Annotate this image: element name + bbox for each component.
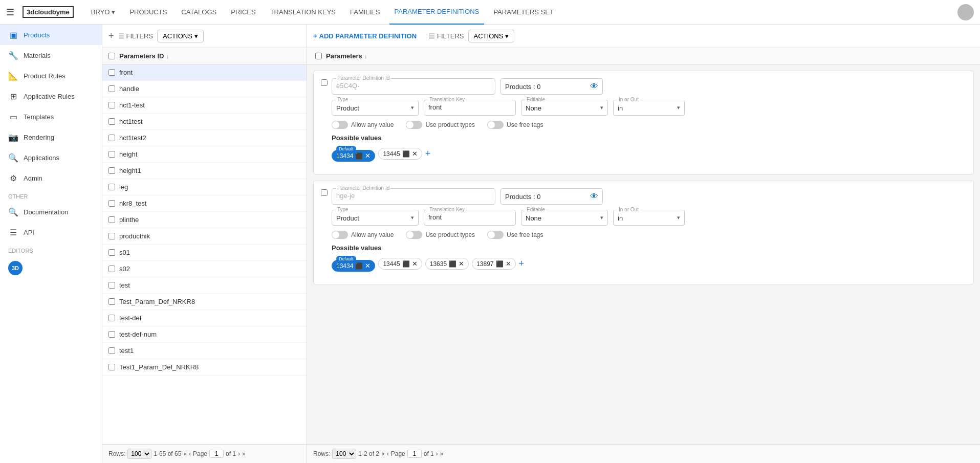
table-row[interactable]: Test1_Param_Def_NRKR8 bbox=[102, 359, 307, 376]
row-checkbox[interactable] bbox=[108, 85, 115, 92]
add-parameter-button[interactable]: + bbox=[108, 31, 114, 41]
table-row[interactable]: height bbox=[102, 146, 307, 163]
sidebar-item-documentation[interactable]: 🔍 Documentation bbox=[0, 202, 102, 222]
table-row[interactable]: test-def-num bbox=[102, 326, 307, 343]
table-row[interactable]: hct1-test bbox=[102, 97, 307, 114]
table-row[interactable]: handle bbox=[102, 81, 307, 97]
chip-copy-icon-1[interactable]: ⬛ bbox=[355, 152, 363, 160]
chip-copy-icon-6[interactable]: ⬛ bbox=[496, 260, 504, 268]
row-checkbox[interactable] bbox=[108, 216, 115, 223]
row-checkbox[interactable] bbox=[108, 282, 115, 289]
sidebar-item-api[interactable]: ☰ API bbox=[0, 222, 102, 242]
allow-any-switch-2[interactable] bbox=[332, 231, 348, 239]
chip-copy-icon-3[interactable]: ⬛ bbox=[355, 262, 363, 270]
table-row[interactable]: s01 bbox=[102, 245, 307, 261]
chip-copy-icon-5[interactable]: ⬛ bbox=[449, 260, 456, 268]
use-product-types-switch-2[interactable] bbox=[406, 231, 422, 239]
add-value-button-2[interactable]: + bbox=[519, 258, 525, 269]
table-row[interactable]: hct1test2 bbox=[102, 130, 307, 146]
field-group-type-1: Type Product ▾ Translation Key front Edi… bbox=[332, 100, 966, 116]
chip-copy-icon-4[interactable]: ⬛ bbox=[402, 260, 410, 268]
allow-any-switch-1[interactable] bbox=[332, 121, 348, 129]
table-row[interactable]: s02 bbox=[102, 261, 307, 277]
chip-close-button-5[interactable]: ✕ bbox=[459, 260, 464, 268]
sidebar-item-rendering[interactable]: 📷 Rendering bbox=[0, 127, 102, 147]
row-checkbox[interactable] bbox=[108, 184, 115, 190]
rows-per-page-select[interactable]: 100 bbox=[127, 449, 151, 459]
chip-close-button-1[interactable]: ✕ bbox=[365, 152, 371, 160]
products-eye-button-1[interactable]: 👁 bbox=[590, 82, 598, 91]
add-value-button-1[interactable]: + bbox=[425, 148, 431, 159]
right-page-input[interactable] bbox=[407, 450, 422, 458]
sidebar-item-editors-logo[interactable]: 3D bbox=[0, 256, 102, 280]
nav-parameters-set[interactable]: PARAMETERS SET bbox=[488, 0, 559, 25]
page-input[interactable] bbox=[209, 450, 224, 458]
row-checkbox[interactable] bbox=[108, 331, 115, 338]
table-row[interactable]: test1 bbox=[102, 343, 307, 359]
row-checkbox[interactable] bbox=[108, 364, 115, 370]
chip-close-button-6[interactable]: ✕ bbox=[506, 260, 511, 268]
sidebar-item-admin[interactable]: ⚙ Admin bbox=[0, 168, 102, 188]
right-select-all-checkbox[interactable] bbox=[315, 53, 322, 59]
nav-bryo[interactable]: BRYO ▾ bbox=[86, 0, 121, 25]
sidebar-item-materials[interactable]: 🔧 Materials bbox=[0, 45, 102, 65]
chip-close-button-3[interactable]: ✕ bbox=[365, 262, 371, 270]
row-checkbox[interactable] bbox=[108, 151, 115, 158]
nav-catalogs[interactable]: CATALOGS bbox=[176, 0, 222, 25]
row-checkbox[interactable] bbox=[108, 266, 115, 272]
table-row[interactable]: leg bbox=[102, 179, 307, 195]
table-row[interactable]: test-def bbox=[102, 310, 307, 326]
right-rows-per-page-select[interactable]: 100 bbox=[332, 449, 356, 459]
nav-families[interactable]: FAMILIES bbox=[345, 0, 385, 25]
row-checkbox[interactable] bbox=[108, 249, 115, 256]
sidebar-item-applicative-rules[interactable]: ⊞ Applicative Rules bbox=[0, 86, 102, 106]
row-checkbox[interactable] bbox=[108, 200, 115, 207]
table-row[interactable]: test bbox=[102, 277, 307, 294]
use-product-types-switch-1[interactable] bbox=[406, 121, 422, 129]
sidebar-item-products[interactable]: ▣ Products bbox=[0, 25, 102, 45]
row-checkbox[interactable] bbox=[108, 69, 115, 76]
chip-copy-icon-2[interactable]: ⬛ bbox=[402, 150, 410, 158]
avatar[interactable] bbox=[957, 4, 974, 20]
row-checkbox[interactable] bbox=[108, 135, 115, 141]
table-row[interactable]: hct1test bbox=[102, 114, 307, 130]
chip-close-button-2[interactable]: ✕ bbox=[412, 150, 418, 158]
actions-button[interactable]: ACTIONS ▾ bbox=[157, 30, 204, 42]
right-actions-button[interactable]: ACTIONS ▾ bbox=[468, 30, 515, 42]
table-row[interactable]: plinthe bbox=[102, 212, 307, 228]
add-param-def-button[interactable]: + ADD PARAMETER DEFINITION bbox=[313, 32, 417, 40]
param-id-input-1[interactable] bbox=[336, 82, 491, 90]
table-row[interactable]: nkr8_test bbox=[102, 195, 307, 212]
applications-icon: 🔍 bbox=[8, 152, 18, 163]
sidebar-item-templates[interactable]: ▭ Templates bbox=[0, 106, 102, 127]
hamburger-icon[interactable]: ☰ bbox=[6, 7, 14, 18]
nav-translation-keys[interactable]: TRANSLATION KEYS bbox=[265, 0, 341, 25]
value-chip-5: 13897 ⬛ ✕ bbox=[472, 258, 515, 270]
row-checkbox[interactable] bbox=[108, 298, 115, 305]
param-id-input-2[interactable] bbox=[336, 192, 491, 200]
use-free-tags-switch-2[interactable] bbox=[487, 231, 504, 239]
sidebar-item-product-rules[interactable]: 📐 Product Rules bbox=[0, 65, 102, 86]
chip-close-button-4[interactable]: ✕ bbox=[412, 260, 418, 268]
right-filters-button[interactable]: ☰ FILTERS bbox=[429, 32, 464, 40]
row-checkbox[interactable] bbox=[108, 347, 115, 354]
param-card-checkbox-2[interactable] bbox=[321, 189, 328, 196]
table-row[interactable]: producthik bbox=[102, 228, 307, 245]
table-row[interactable]: height1 bbox=[102, 163, 307, 179]
sidebar-item-applications[interactable]: 🔍 Applications bbox=[0, 147, 102, 168]
nav-products[interactable]: PRODUCTS bbox=[124, 0, 172, 25]
products-eye-button-2[interactable]: 👁 bbox=[590, 192, 598, 201]
table-row[interactable]: Test_Param_Def_NRKR8 bbox=[102, 294, 307, 310]
table-row[interactable]: front bbox=[102, 64, 307, 81]
select-all-checkbox[interactable] bbox=[108, 53, 115, 59]
row-checkbox[interactable] bbox=[108, 315, 115, 321]
row-checkbox[interactable] bbox=[108, 233, 115, 239]
filters-button[interactable]: ☰ FILTERS bbox=[118, 32, 154, 40]
param-card-checkbox-1[interactable] bbox=[321, 79, 328, 86]
nav-prices[interactable]: PRICES bbox=[226, 0, 260, 25]
nav-parameter-definitions[interactable]: PARAMETER DEFINITIONS bbox=[389, 0, 485, 25]
row-checkbox[interactable] bbox=[108, 102, 115, 108]
row-checkbox[interactable] bbox=[108, 118, 115, 125]
row-checkbox[interactable] bbox=[108, 167, 115, 174]
use-free-tags-switch-1[interactable] bbox=[487, 121, 504, 129]
